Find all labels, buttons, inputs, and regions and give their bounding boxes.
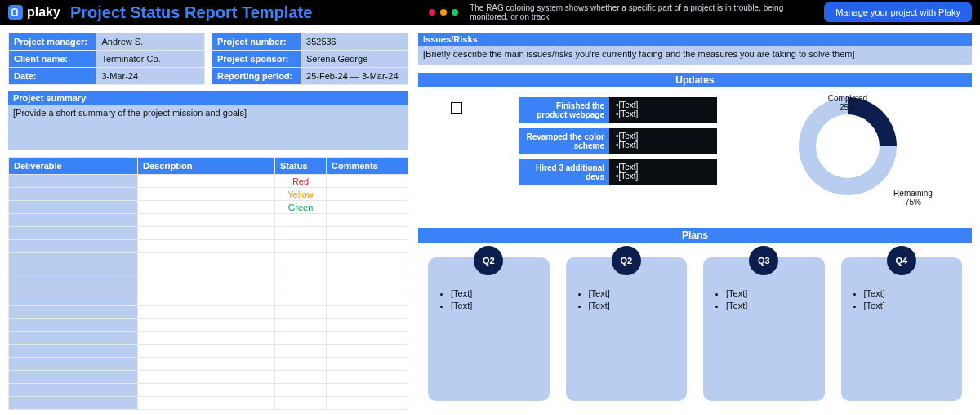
- plan-item[interactable]: [Text]: [589, 301, 678, 310]
- meta-value[interactable]: 25-Feb-24 — 3-Mar-24: [301, 68, 408, 85]
- tagline: The RAG coloring system shows whether a …: [470, 3, 813, 21]
- plan-card: Q4[Text][Text]: [841, 257, 963, 401]
- cell-description[interactable]: [138, 201, 275, 214]
- table-row[interactable]: [9, 306, 408, 319]
- plan-item[interactable]: [Text]: [726, 288, 815, 298]
- cell-deliverable[interactable]: [9, 188, 138, 201]
- cell-status[interactable]: Green: [275, 201, 327, 214]
- table-row[interactable]: [9, 384, 408, 397]
- plan-card: Q2[Text][Text]: [428, 257, 550, 401]
- table-row[interactable]: [9, 358, 408, 371]
- table-row[interactable]: [9, 345, 408, 358]
- table-row[interactable]: [9, 397, 408, 410]
- plan-item[interactable]: [Text]: [451, 301, 540, 310]
- update-card-body[interactable]: •[Text]•[Text]: [609, 159, 717, 185]
- meta-value[interactable]: Andrew S.: [96, 33, 205, 51]
- plan-item[interactable]: [Text]: [864, 288, 953, 298]
- cell-comments[interactable]: [327, 188, 408, 201]
- project-summary-panel: Project summary [Provide a short summary…: [8, 91, 408, 150]
- project-summary-title: Project summary: [8, 91, 408, 105]
- plan-quarter-badge: Q4: [887, 246, 916, 275]
- meta-table-right: Project number:352536Project sponsor:Ser…: [212, 33, 408, 85]
- donut-label-remaining: Remaining 75%: [889, 189, 938, 207]
- cell-comments[interactable]: [327, 201, 408, 214]
- update-card-label: Revamped the color scheme: [519, 128, 609, 154]
- table-row[interactable]: [9, 253, 408, 266]
- plan-item[interactable]: [Text]: [726, 301, 815, 310]
- table-row[interactable]: [9, 332, 408, 345]
- project-summary-body[interactable]: [Provide a short summary of the project …: [8, 105, 408, 150]
- dot-yellow-icon: [440, 9, 447, 16]
- deliv-header: Deliverable: [9, 158, 138, 175]
- meta-key: Date:: [9, 68, 96, 85]
- update-card: Revamped the color scheme•[Text]•[Text]: [519, 128, 717, 154]
- meta-key: Project manager:: [9, 33, 96, 51]
- plans-title: Plans: [418, 228, 972, 243]
- table-row[interactable]: [9, 240, 408, 253]
- meta-key: Project number:: [212, 33, 301, 51]
- table-row[interactable]: [9, 227, 408, 240]
- meta-value[interactable]: 352536: [301, 33, 408, 51]
- meta-key: Client name:: [9, 51, 96, 68]
- plans-row: Q2[Text][Text]Q2[Text][Text]Q3[Text][Tex…: [418, 257, 972, 401]
- brand-name: plaky: [27, 5, 60, 20]
- manage-project-button[interactable]: Manage your project with Plaky: [824, 2, 972, 22]
- dot-green-icon: [452, 9, 458, 16]
- plan-card: Q3[Text][Text]: [703, 257, 825, 401]
- table-row[interactable]: Yellow: [9, 188, 408, 201]
- updates-title: Updates: [418, 73, 972, 87]
- brand-icon: [8, 5, 23, 20]
- table-row[interactable]: [9, 371, 408, 384]
- update-card-label: Finished the product webpage: [519, 97, 609, 123]
- plan-item[interactable]: [Text]: [451, 288, 540, 298]
- plan-card: Q2[Text][Text]: [566, 257, 688, 401]
- table-row[interactable]: Red: [9, 175, 408, 188]
- deliverables-table: DeliverableDescriptionStatusComments Red…: [8, 157, 408, 410]
- meta-value[interactable]: Serena George: [301, 51, 408, 68]
- table-row[interactable]: [9, 292, 408, 306]
- svg-rect-0: [12, 9, 17, 16]
- issues-panel: Issues/Risks [Briefly describe the main …: [418, 33, 972, 65]
- cell-description[interactable]: [138, 175, 275, 188]
- cell-description[interactable]: [138, 188, 275, 201]
- deliv-header: Comments: [327, 158, 408, 175]
- update-card: Hired 3 additional devs•[Text]•[Text]: [519, 159, 717, 185]
- deliv-header: Description: [138, 158, 275, 175]
- table-row[interactable]: [9, 266, 408, 279]
- brand-logo: plaky: [8, 5, 60, 20]
- issues-body[interactable]: [Briefly describe the main issues/risks …: [418, 46, 972, 65]
- cell-status[interactable]: Red: [275, 175, 327, 188]
- traffic-lights: [429, 9, 458, 16]
- cell-comments[interactable]: [327, 175, 408, 188]
- meta-value[interactable]: Terminator Co.: [96, 51, 205, 68]
- update-card-label: Hired 3 additional devs: [519, 159, 609, 185]
- meta-table-left: Project manager:Andrew S.Client name:Ter…: [8, 33, 205, 85]
- deliv-header: Status: [275, 158, 327, 175]
- update-card: Finished the product webpage•[Text]•[Tex…: [519, 97, 717, 123]
- table-row[interactable]: [9, 319, 408, 332]
- topbar: plaky Project Status Report Template The…: [0, 0, 980, 25]
- plan-quarter-badge: Q2: [474, 246, 503, 275]
- checkbox-icon[interactable]: [451, 102, 462, 114]
- cell-deliverable[interactable]: [9, 175, 138, 188]
- meta-value[interactable]: 3-Mar-24: [96, 68, 205, 85]
- completion-donut-chart: Completed 25% Remaining 75%: [774, 97, 938, 220]
- table-row[interactable]: [9, 279, 408, 292]
- meta-key: Reporting period:: [212, 68, 301, 85]
- meta-key: Project sponsor:: [212, 51, 301, 68]
- table-row[interactable]: [9, 214, 408, 227]
- plan-item[interactable]: [Text]: [589, 288, 678, 298]
- update-card-body[interactable]: •[Text]•[Text]: [609, 97, 717, 123]
- donut-icon: [799, 97, 897, 195]
- issues-title: Issues/Risks: [418, 33, 972, 46]
- cell-status[interactable]: Yellow: [275, 188, 327, 201]
- update-cards: Finished the product webpage•[Text]•[Tex…: [519, 97, 717, 185]
- plan-item[interactable]: [Text]: [864, 301, 953, 310]
- donut-label-completed: Completed 25%: [823, 94, 872, 112]
- plan-quarter-badge: Q3: [749, 246, 778, 275]
- page-title: Project Status Report Template: [70, 3, 312, 22]
- plan-quarter-badge: Q2: [612, 246, 641, 275]
- cell-deliverable[interactable]: [9, 201, 138, 214]
- table-row[interactable]: Green: [9, 201, 408, 214]
- update-card-body[interactable]: •[Text]•[Text]: [609, 128, 717, 154]
